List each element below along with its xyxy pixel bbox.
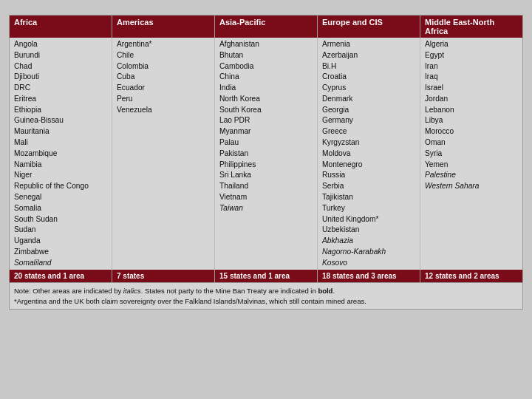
list-item: Kosovo (322, 258, 415, 269)
list-item: Mozambique (14, 149, 107, 160)
list-item: Afghanistan (219, 39, 313, 50)
table-footer-row: 20 states and 1 area7 states15 states an… (10, 270, 522, 282)
list-item: Djibouti (14, 72, 107, 83)
list-item: Bhutan (219, 50, 313, 61)
list-item: Greece (322, 126, 415, 137)
list-item: North Korea (219, 94, 313, 105)
list-item: Vietnam (219, 192, 313, 203)
footer-cell-1: 7 states (112, 270, 215, 282)
data-cell-1: Argentina*ChileColombiaCubaEcuadorPeruVe… (112, 38, 215, 270)
note-line-0: Note: Other areas are indicated by itali… (14, 286, 518, 296)
data-cell-3: ArmeniaAzerbaijanBi.HCroatiaCyprusDenmar… (318, 38, 420, 270)
list-item: Armenia (322, 39, 415, 50)
list-item: China (219, 72, 313, 83)
list-item: Israel (425, 83, 518, 94)
list-item: Uganda (14, 236, 107, 247)
list-item: Croatia (322, 72, 415, 83)
list-item: Namibia (14, 160, 107, 171)
list-item: Bi.H (322, 61, 415, 72)
list-item: United Kingdom* (322, 214, 415, 225)
list-item: Chile (117, 50, 210, 61)
footer-cell-4: 12 states and 2 areas (420, 270, 522, 282)
list-item: Jordan (425, 94, 518, 105)
list-item: Lao PDR (219, 115, 313, 126)
list-item: Oman (425, 137, 518, 149)
main-table: AfricaAmericasAsia-PacificEurope and CIS… (9, 15, 523, 283)
header-cell-1: Americas (112, 16, 215, 38)
list-item: Libya (425, 115, 518, 126)
list-item: Germany (322, 115, 415, 126)
list-item: Denmark (322, 94, 415, 105)
list-item: Guinea-Bissau (14, 115, 107, 126)
list-item: Thailand (219, 181, 313, 192)
list-item: Zimbabwe (14, 247, 107, 258)
footer-cell-2: 15 states and 1 area (215, 270, 318, 282)
list-item: Mauritania (14, 126, 107, 137)
list-item: Mali (14, 137, 107, 149)
list-item: Niger (14, 170, 107, 181)
note-line-1: *Argentina and the UK both claim soverei… (14, 296, 518, 306)
list-item: Peru (117, 94, 210, 105)
list-item: Cyprus (322, 83, 415, 94)
list-item: Syria (425, 149, 518, 160)
list-item: Ethiopia (14, 105, 107, 116)
footer-cell-0: 20 states and 1 area (10, 270, 112, 282)
list-item: Moldova (322, 149, 415, 160)
data-cell-4: AlgeriaEgyptIranIraqIsraelJordanLebanonL… (420, 38, 522, 270)
header-cell-2: Asia-Pacific (215, 16, 318, 38)
list-item: Algeria (425, 39, 518, 50)
list-item: Ecuador (117, 83, 210, 94)
table-header-row: AfricaAmericasAsia-PacificEurope and CIS… (10, 16, 522, 38)
list-item: Tajikistan (322, 192, 415, 203)
list-item: Venezuela (117, 105, 210, 116)
notes-block: Note: Other areas are indicated by itali… (9, 283, 523, 310)
list-item: Serbia (322, 181, 415, 192)
list-item: South Sudan (14, 214, 107, 225)
list-item: India (219, 83, 313, 94)
list-item: Iran (425, 61, 518, 72)
list-item: Burundi (14, 50, 107, 61)
list-item: Kyrgyzstan (322, 137, 415, 149)
list-item: Chad (14, 61, 107, 72)
list-item: Philippines (219, 160, 313, 171)
list-item: Turkey (322, 203, 415, 214)
list-item: Colombia (117, 61, 210, 72)
data-cell-0: AngolaBurundiChadDjiboutiDRCEritreaEthio… (10, 38, 112, 270)
list-item: Pakistan (219, 149, 313, 160)
list-item: Myanmar (219, 126, 313, 137)
header-cell-0: Africa (10, 16, 112, 38)
list-item: Sri Lanka (219, 170, 313, 181)
header-cell-3: Europe and CIS (318, 16, 420, 38)
list-item: Yemen (425, 160, 518, 171)
list-item: South Korea (219, 105, 313, 116)
list-item: Azerbaijan (322, 50, 415, 61)
list-item: Iraq (425, 72, 518, 83)
list-item: Georgia (322, 105, 415, 116)
list-item: Palau (219, 137, 313, 149)
list-item: Taiwan (219, 203, 313, 214)
page: AfricaAmericasAsia-PacificEurope and CIS… (0, 0, 532, 399)
list-item: Angola (14, 39, 107, 50)
list-item: Morocco (425, 126, 518, 137)
list-item: Egypt (425, 50, 518, 61)
table-data-row: AngolaBurundiChadDjiboutiDRCEritreaEthio… (10, 38, 522, 270)
list-item: Abkhazia (322, 236, 415, 247)
list-item: Republic of the Congo (14, 181, 107, 192)
list-item: Nagorno-Karabakh (322, 247, 415, 258)
list-item: Lebanon (425, 105, 518, 116)
list-item: DRC (14, 83, 107, 94)
list-item: Eritrea (14, 94, 107, 105)
data-cell-2: AfghanistanBhutanCambodiaChinaIndiaNorth… (215, 38, 318, 270)
list-item: Montenegro (322, 160, 415, 171)
list-item: Palestine (425, 170, 518, 181)
list-item: Western Sahara (425, 181, 518, 192)
list-item: Uzbekistan (322, 225, 415, 236)
list-item: Russia (322, 170, 415, 181)
footer-cell-3: 18 states and 3 areas (318, 270, 420, 282)
list-item: Cambodia (219, 61, 313, 72)
list-item: Senegal (14, 192, 107, 203)
list-item: Somaliland (14, 258, 107, 269)
list-item: Somalia (14, 203, 107, 214)
header-cell-4: Middle East-North Africa (420, 16, 522, 38)
list-item: Argentina* (117, 39, 210, 50)
